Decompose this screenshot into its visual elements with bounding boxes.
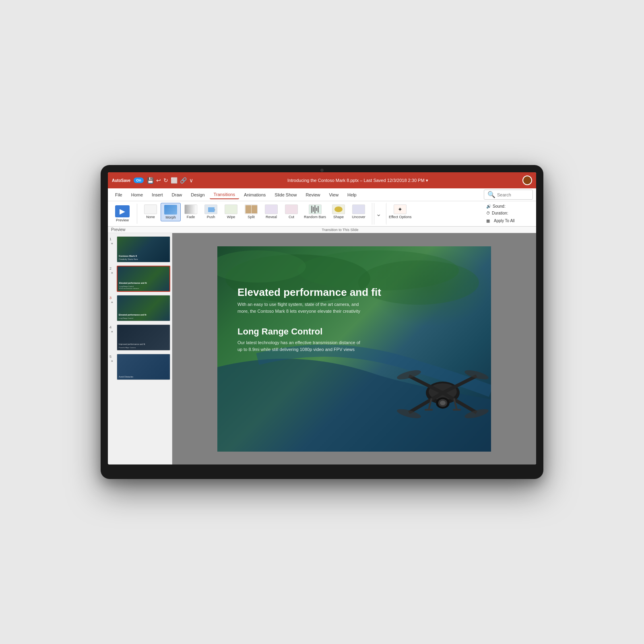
toolbar-icons: 💾 ↩ ↻ ⬜ 🔗 ∨ bbox=[147, 177, 193, 184]
transition-uncover[interactable]: Uncover bbox=[349, 203, 369, 221]
transitions-group: None Morph Fade › Pu bbox=[140, 203, 372, 225]
menu-file[interactable]: File bbox=[111, 191, 126, 199]
menu-view[interactable]: View bbox=[325, 191, 343, 199]
reveal-icon bbox=[265, 204, 278, 214]
duration-label: Duration: bbox=[492, 211, 508, 215]
transition-random-bars[interactable]: Random Bars bbox=[301, 203, 328, 221]
transition-cut[interactable]: Cut bbox=[281, 203, 301, 221]
transition-wipe[interactable]: Wipe bbox=[221, 203, 241, 221]
dropdown-arrow[interactable]: ▾ bbox=[426, 178, 428, 183]
preview-button[interactable]: ▶ Preview bbox=[111, 203, 134, 225]
last-saved: Last Saved 12/3/2018 2:30 PM bbox=[364, 178, 425, 183]
redo-icon[interactable]: ↻ bbox=[163, 177, 168, 184]
transition-morph[interactable]: Morph bbox=[161, 203, 181, 221]
menu-help[interactable]: Help bbox=[343, 191, 361, 199]
push-label: Push bbox=[207, 215, 215, 219]
effect-options-button[interactable]: ✦ Effect Options bbox=[386, 203, 414, 225]
avatar[interactable] bbox=[522, 175, 532, 185]
search-input[interactable] bbox=[497, 192, 529, 197]
separator: – bbox=[360, 178, 363, 183]
slide-item-3[interactable]: 3 ✦ Elevated performance and fit Long Ra… bbox=[109, 295, 170, 321]
duration-row[interactable]: ⏱ Duration: bbox=[485, 210, 533, 216]
slide-item-2[interactable]: 2 ✦ Elevated performance and fit Long Ra… bbox=[109, 266, 170, 292]
more-transitions-button[interactable]: ⌄ bbox=[374, 203, 383, 225]
transition-push[interactable]: › Push bbox=[201, 203, 221, 221]
slide-body-1: With an easy to use flight system, state… bbox=[237, 301, 366, 314]
slide-5-number: 5 bbox=[109, 354, 114, 359]
menu-review[interactable]: Review bbox=[301, 191, 324, 199]
search-icon: 🔍 bbox=[487, 191, 495, 198]
transition-shape[interactable]: Shape bbox=[328, 203, 349, 221]
slide-2-bg: Elevated performance and fit Long Range … bbox=[118, 266, 169, 291]
slide-4-thumbnail[interactable]: Improved performance and fit Powerful Ma… bbox=[117, 324, 170, 351]
sound-label: Sound: bbox=[493, 204, 506, 208]
slide-3-number: 3 bbox=[109, 295, 114, 300]
shape-label: Shape bbox=[333, 215, 344, 219]
autosave-toggle[interactable]: On bbox=[134, 178, 144, 183]
titlebar-right bbox=[522, 175, 532, 185]
menu-insert[interactable]: Insert bbox=[148, 191, 167, 199]
morph-icon bbox=[164, 205, 177, 215]
canvas-area: Elevated performance and fit With an eas… bbox=[172, 233, 536, 464]
slide-item-1[interactable]: 1 ✦ Contoso Mark 8 Creativity Starts Her… bbox=[109, 236, 170, 262]
morph-label: Morph bbox=[165, 215, 176, 219]
present-icon[interactable]: ⬜ bbox=[171, 177, 178, 184]
slide-canvas[interactable]: Elevated performance and fit With an eas… bbox=[217, 246, 491, 452]
fade-icon bbox=[184, 204, 197, 214]
menu-animations[interactable]: Animations bbox=[240, 191, 270, 199]
file-title: Introducing the Contoso Mark 8.pptx bbox=[287, 178, 359, 183]
slide-2-thumbnail[interactable]: Elevated performance and fit Long Range … bbox=[117, 266, 170, 292]
slide-4-bg: Improved performance and fit Powerful Ma… bbox=[117, 325, 170, 350]
transition-none[interactable]: None bbox=[140, 203, 161, 221]
title-bar: AutoSave On 💾 ↩ ↻ ⬜ 🔗 ∨ Introducing the … bbox=[108, 172, 536, 188]
slide-3-thumbnail[interactable]: Elevated performance and fit Long Range … bbox=[117, 295, 170, 321]
slide-3-number-col: 3 ✦ bbox=[109, 295, 114, 304]
menu-transitions[interactable]: Transitions bbox=[210, 190, 239, 199]
menu-home[interactable]: Home bbox=[127, 191, 147, 199]
shape-icon bbox=[332, 204, 345, 214]
apply-to-all-row[interactable]: ▦ Apply To All bbox=[485, 217, 533, 225]
search-box[interactable]: 🔍 bbox=[484, 190, 533, 200]
undo-icon[interactable]: ↩ bbox=[156, 177, 161, 184]
menu-slideshow[interactable]: Slide Show bbox=[270, 191, 301, 199]
slide-1-number-col: 1 ✦ bbox=[109, 236, 114, 246]
slide-2-number: 2 bbox=[109, 266, 114, 270]
slide-5-star: ✦ bbox=[111, 359, 114, 363]
apply-icon: ▦ bbox=[486, 219, 490, 223]
sound-speaker-icon: 🔊 bbox=[486, 204, 491, 208]
uncover-label: Uncover bbox=[352, 215, 365, 219]
fade-label: Fade bbox=[187, 215, 195, 219]
wipe-icon bbox=[225, 204, 237, 214]
transition-fade[interactable]: Fade bbox=[181, 203, 201, 221]
transition-reveal[interactable]: Reveal bbox=[261, 203, 281, 221]
none-icon bbox=[144, 204, 157, 214]
save-icon[interactable]: 💾 bbox=[147, 177, 154, 184]
slide-1-thumbnail[interactable]: Contoso Mark 8 Creativity Starts Here bbox=[117, 236, 170, 262]
slide-3-text: Elevated performance and fit Long Range … bbox=[119, 314, 147, 319]
slide-2-number-col: 2 ✦ bbox=[109, 266, 114, 275]
slide-5-thumbnail[interactable]: Avoid Obstacles bbox=[117, 354, 170, 380]
slide-3-star: ✦ bbox=[111, 301, 114, 304]
cut-label: Cut bbox=[289, 215, 294, 219]
share-icon[interactable]: 🔗 bbox=[180, 177, 187, 184]
transition-section-label: Transition to This Slide bbox=[147, 228, 533, 232]
drone-svg bbox=[386, 331, 491, 444]
slide-item-4[interactable]: 4 ✦ Improved performance and fit Powerfu… bbox=[109, 324, 170, 351]
menu-design[interactable]: Design bbox=[187, 191, 208, 199]
wipe-label: Wipe bbox=[227, 215, 235, 219]
apply-to-all-button[interactable]: Apply To All bbox=[491, 218, 517, 224]
svg-point-16 bbox=[440, 400, 446, 405]
chevron-down-icon: ⌄ bbox=[376, 210, 381, 218]
slide-panel: 1 ✦ Contoso Mark 8 Creativity Starts Her… bbox=[108, 233, 172, 464]
menu-draw[interactable]: Draw bbox=[168, 191, 186, 199]
slide-item-5[interactable]: 5 ✦ Avoid Obstacles bbox=[109, 354, 170, 380]
slide-title-1: Elevated performance and fit bbox=[237, 287, 381, 298]
trees-overlay bbox=[370, 246, 491, 327]
slide-4-star: ✦ bbox=[111, 330, 114, 334]
more-icon[interactable]: ∨ bbox=[189, 177, 193, 184]
transition-split[interactable]: Split bbox=[241, 203, 261, 221]
sound-row[interactable]: 🔊 Sound: bbox=[485, 203, 533, 209]
camera bbox=[320, 169, 324, 172]
slide-title-2: Long Range Control bbox=[237, 326, 381, 337]
autosave-label: AutoSave bbox=[112, 178, 130, 183]
